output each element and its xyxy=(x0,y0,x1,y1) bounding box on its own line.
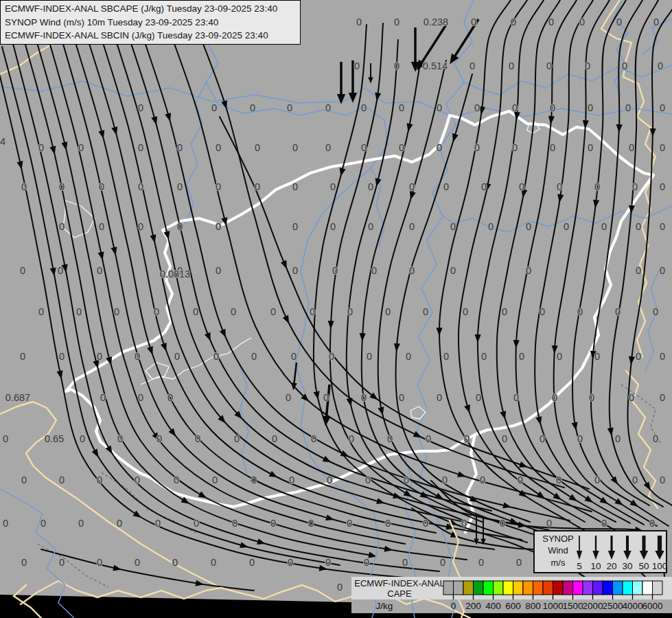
value-label: 0 xyxy=(138,142,143,153)
value-label: 0 xyxy=(270,306,276,317)
value-label: 0 xyxy=(509,60,514,71)
value-label: 0 xyxy=(540,306,545,317)
value-label: 0 xyxy=(371,265,377,276)
value-label: 0 xyxy=(99,181,104,192)
value-label: 0 xyxy=(409,265,415,276)
wind-legend-subtitle: Wind xyxy=(548,545,568,556)
value-label: 0 xyxy=(474,142,480,153)
value-label: 0 xyxy=(172,557,178,568)
cape-tick-label: 2000 xyxy=(582,601,603,611)
cape-color-cell xyxy=(443,581,454,595)
value-label: 0 xyxy=(58,265,63,276)
cape-color-cell xyxy=(623,581,633,595)
cape-tick-label: 6000 xyxy=(642,601,662,611)
cape-color-cell xyxy=(483,581,494,595)
value-label: 0 xyxy=(511,16,516,27)
value-label: 0 xyxy=(231,306,236,317)
value-label: 0 xyxy=(250,102,255,113)
cape-color-cell xyxy=(503,581,513,595)
value-label: 0 xyxy=(518,474,523,485)
cape-tick-label: 4000 xyxy=(622,601,642,611)
value-label: 0 xyxy=(512,142,518,153)
value-label: 0 xyxy=(636,221,641,232)
value-label: 0 xyxy=(20,351,25,362)
value-label: 0 xyxy=(286,392,291,403)
cape-colorbar-cells xyxy=(443,581,662,595)
cape-legend-canvas: ECMWF-INDEX-ANAL CAPE J/kg 0200400600800… xyxy=(351,577,672,615)
value-label: 0 xyxy=(550,142,555,153)
value-label: 0 xyxy=(21,557,27,568)
value-label: 0 xyxy=(3,518,8,529)
value-label: 0 xyxy=(660,142,665,153)
value-label: 0.65 xyxy=(45,433,64,444)
value-label: 0 xyxy=(385,518,391,529)
cape-color-cell xyxy=(573,581,583,595)
value-label: 0 xyxy=(99,221,104,232)
value-label: 0 xyxy=(629,392,634,403)
value-label: 0 xyxy=(212,474,218,485)
value-label: 0 xyxy=(423,518,428,529)
value-label: 0 xyxy=(546,518,552,529)
cape-color-cell xyxy=(553,581,564,595)
value-label: 0 xyxy=(632,181,638,192)
value-label: 0 xyxy=(399,142,404,153)
value-label: 0 xyxy=(354,60,360,71)
value-label: 0 xyxy=(154,306,159,317)
value-label: 0 xyxy=(211,102,217,113)
value-label: 0 xyxy=(550,102,555,113)
value-label: 0 xyxy=(21,474,27,485)
value-label: 0 xyxy=(577,306,583,317)
value-label: 0 xyxy=(138,392,143,403)
value-label: 0 xyxy=(615,433,621,444)
value-label: 0 xyxy=(138,181,143,192)
value-label: 0 xyxy=(546,60,552,71)
value-label: 0 xyxy=(463,306,468,317)
value-label: 0 xyxy=(361,102,367,113)
map-background xyxy=(0,0,672,618)
value-label: 0 xyxy=(330,221,336,232)
value-label: 0 xyxy=(20,265,25,276)
value-label: 0 xyxy=(653,306,658,317)
value-label: 0 xyxy=(557,351,562,362)
cape-tick-label: 1000 xyxy=(542,601,563,611)
value-label: 0 xyxy=(450,221,456,232)
value-label: 0 xyxy=(500,518,505,529)
value-label: 0 xyxy=(361,142,367,153)
value-label: 0 xyxy=(594,351,600,362)
value-label: 0 xyxy=(135,351,140,362)
value-label: 0 xyxy=(347,306,353,317)
weather-map: 0000000000000000000000000000000000000000… xyxy=(0,0,672,618)
value-label: 0 xyxy=(660,221,665,232)
value-label: 0 xyxy=(443,181,449,192)
cape-color-cell xyxy=(543,581,553,595)
value-label: 0 xyxy=(78,142,84,153)
value-label: 0 xyxy=(548,16,554,27)
value-label: 0 xyxy=(193,306,198,317)
value-label: 0 xyxy=(557,181,562,192)
wind-legend-units: m/s xyxy=(551,558,566,568)
value-label: 0 xyxy=(450,265,456,276)
cape-color-cell xyxy=(613,581,623,595)
value-label: 0.514 xyxy=(423,60,448,71)
value-label: 0 xyxy=(577,433,583,444)
value-label: 0 xyxy=(174,351,180,362)
cape-color-cell xyxy=(474,581,484,595)
value-label: 0 xyxy=(138,221,143,232)
header-line-synop-wind: SYNOP Wind (m/s) 10m Tuesday 23-09-2025 … xyxy=(5,16,296,30)
value-label: 0 xyxy=(629,142,634,153)
value-label: 0 xyxy=(368,181,373,192)
value-label: 0 xyxy=(660,181,665,192)
cape-color-cell xyxy=(583,581,593,595)
value-label: 0 xyxy=(471,16,476,27)
value-label: 0 xyxy=(167,392,173,403)
value-label: 0 xyxy=(653,16,659,27)
value-label: 0 xyxy=(476,392,481,403)
cape-color-cell xyxy=(494,581,504,595)
cape-color-cell xyxy=(523,581,533,595)
value-label: 0 xyxy=(177,221,183,232)
value-label: 0 xyxy=(308,518,314,529)
value-label: 0 xyxy=(21,181,27,192)
value-label: 0 xyxy=(409,181,415,192)
value-label: 0 xyxy=(437,392,442,403)
value-label: 0 xyxy=(216,142,221,153)
